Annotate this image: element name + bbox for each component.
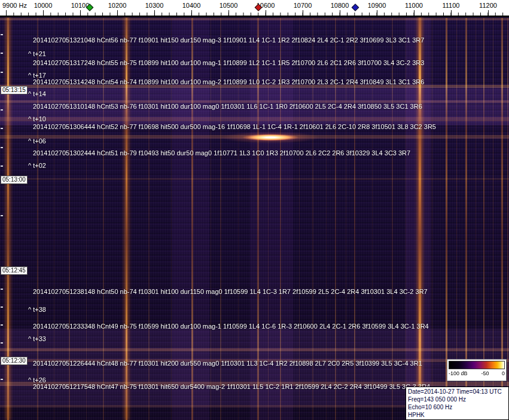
log-entry: 20141027051217548 hCnt47 nb-75 f10301 hi… [33, 383, 430, 390]
edge-tick [1, 379, 3, 380]
ruler-label: 10400 [182, 2, 201, 9]
time-label: 05:13:00 [1, 176, 28, 184]
edge-tick [1, 109, 3, 111]
station-info-box: Date=2014-10-27 Time=04:13 UTC Freq=143 … [406, 387, 509, 420]
signal-band [0, 117, 509, 121]
db-max-label: 0 [502, 370, 505, 376]
db-gradient-bar [449, 361, 505, 369]
log-entry: 20141027051233348 hCnt49 nb-75 f10599 hi… [33, 323, 429, 330]
info-date-time: Date=2014-10-27 Time=04:13 UTC [408, 388, 507, 396]
edge-tick [1, 72, 3, 73]
log-time-marker: ^ t+38 [28, 306, 46, 313]
log-time-marker: ^ t+33 [28, 335, 46, 342]
ruler-label: 10700 [294, 2, 312, 9]
log-time-marker: ^ t+06 [28, 137, 46, 145]
ruler-label: 10200 [108, 2, 127, 9]
log-time-marker: ^ t+10 [28, 115, 46, 122]
time-label: 05:13:15 [1, 86, 28, 94]
signal-band [0, 348, 509, 351]
log-entry: 20141027051317248 hCnt55 nb-75 f10899 hi… [33, 59, 424, 66]
log-entry: 20141027051306444 hCnt52 nb-77 f10698 hi… [33, 123, 436, 130]
db-scale-labels: -100 dB -50 0 [449, 370, 505, 378]
edge-tick [1, 34, 3, 35]
ruler-label: 11100 [443, 2, 460, 9]
info-station: HPHK [408, 411, 507, 419]
edge-tick [1, 342, 3, 344]
ruler-label: 10900 [368, 2, 386, 9]
ruler-label: 11000 [405, 2, 423, 9]
log-entry: 20141027051226444 hCnt48 nb-77 f10301 hi… [33, 360, 422, 367]
log-time-marker: ^ t+02 [28, 162, 46, 169]
time-label: 05:12:45 [1, 266, 28, 275]
ruler-label: 11200 [479, 2, 497, 9]
signal-band [0, 18, 509, 20]
edge-tick [1, 53, 3, 54]
db-min-label: -100 dB [449, 370, 468, 376]
log-time-marker: ^ t+21 [28, 50, 46, 57]
edge-tick [1, 306, 3, 308]
db-color-scale: -100 dB -50 0 [447, 359, 507, 381]
ruler-label: 9900 Hz [2, 2, 27, 9]
info-echo: Echo=10 600 Hz [408, 403, 507, 411]
edge-tick [1, 324, 3, 326]
edge-tick [1, 165, 3, 167]
edge-tick [1, 289, 3, 290]
ruler-major-ticks [0, 10, 509, 16]
frequency-ruler: 9900 Hz 10000 10100 10200 10300 10400 10… [0, 0, 509, 17]
spectrogram-app: 9900 Hz 10000 10100 10200 10300 10400 10… [0, 0, 509, 420]
log-time-marker: ^ t+14 [28, 90, 46, 97]
info-frequency: Freq=143 050 000 Hz [408, 396, 507, 403]
ruler-label: 10800 [331, 2, 349, 9]
db-mid-label: -50 [481, 370, 489, 376]
meteor-echo [242, 134, 299, 141]
log-entry: 20141027051238148 hCnt50 nb-74 f10301 hi… [33, 288, 428, 295]
ruler-label: 10500 [220, 2, 238, 9]
log-entry: 20141027051314248 hCnt54 nb-74 f10899 hi… [33, 78, 424, 85]
log-entry: 20141027051310148 hCnt53 nb-76 f10301 hi… [33, 103, 422, 110]
ruler-label: 10300 [145, 2, 164, 9]
edge-tick [1, 128, 3, 129]
ruler-label: 10000 [34, 2, 53, 9]
edge-tick [1, 215, 3, 216]
log-entry: 20141027051302444 hCnt51 nb-79 f10493 hi… [33, 149, 410, 157]
edge-tick [1, 147, 3, 148]
time-label: 05:12:30 [1, 357, 28, 365]
signal-band [0, 178, 509, 180]
log-entry: 20141027051321048 hCnt56 nb-77 f10901 hi… [33, 36, 424, 44]
